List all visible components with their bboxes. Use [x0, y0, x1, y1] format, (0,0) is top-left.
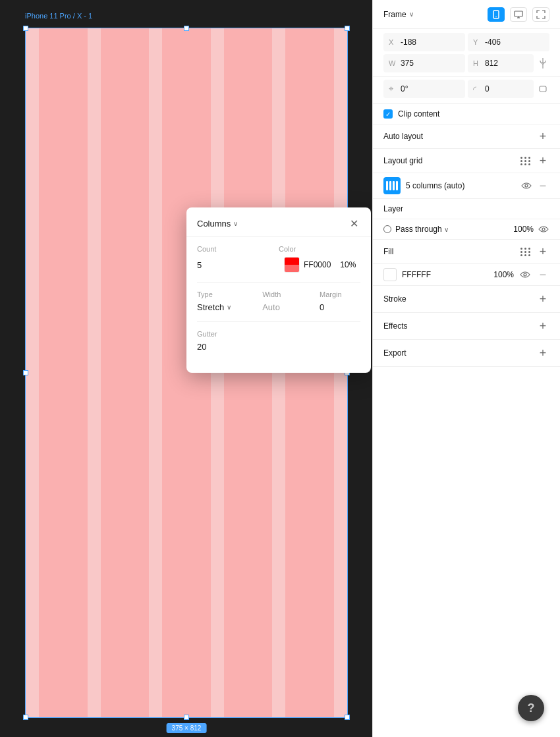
grid-visibility-button[interactable] [520, 180, 532, 192]
color-top [285, 258, 299, 265]
fill-swatch[interactable] [383, 268, 397, 281]
margin-value: 0 [320, 302, 360, 312]
grid-plus-icon: + [540, 155, 547, 167]
popup-close-button[interactable]: ✕ [347, 217, 360, 230]
margin-label: Margin [320, 290, 360, 298]
popup-chevron-icon: ∨ [233, 220, 238, 227]
phone-frame[interactable]: 375 × 812 [25, 28, 348, 718]
frame-desktop-button[interactable] [510, 7, 527, 22]
type-value[interactable]: Stretch ∨ [197, 302, 262, 312]
grid-add-button[interactable]: + [536, 154, 549, 167]
constrain-proportions-icon[interactable] [536, 57, 549, 70]
color-label: Color [279, 245, 360, 253]
canvas: iPhone 11 Pro / X - 1 375 × 812 Colum [0, 0, 372, 737]
col-3 [162, 28, 211, 717]
handle-bottom-left[interactable] [23, 715, 28, 720]
right-panel: Frame ∨ [372, 0, 560, 737]
layer-visibility-button[interactable] [538, 223, 549, 235]
dimension-badge: 375 × 812 [167, 723, 207, 733]
x-label: X [389, 38, 398, 46]
grid-remove-button[interactable]: − [536, 179, 549, 192]
handle-top-mid[interactable] [184, 26, 189, 31]
columns-grid-icon [386, 181, 398, 190]
svg-point-7 [525, 184, 528, 187]
fill-title: Fill [383, 247, 393, 256]
frame-label: iPhone 11 Pro / X - 1 [25, 12, 92, 20]
count-value: 5 [197, 260, 279, 270]
angle-corner-row: ⌖ 0° ◜ 0 [373, 77, 560, 104]
handle-bottom-right[interactable] [345, 715, 350, 720]
w-value: 375 [401, 59, 414, 68]
frame-header: Frame ∨ [373, 0, 560, 29]
h-label: H [473, 59, 482, 67]
frame-chevron-icon: ∨ [409, 11, 414, 18]
h-field[interactable]: H 812 [468, 54, 534, 72]
angle-value: 0° [401, 84, 408, 94]
layer-header: Layer [373, 199, 560, 219]
col-2 [101, 28, 150, 717]
columns-popup: Columns ∨ ✕ Count Color 5 FF0000 [186, 207, 371, 373]
width-value: Auto [262, 302, 320, 312]
x-field[interactable]: X -188 [383, 33, 465, 51]
angle-field[interactable]: ⌖ 0° [383, 80, 465, 98]
corner-independent-icon[interactable] [536, 82, 549, 96]
blend-mode-icon [383, 225, 391, 233]
grid-controls: + [519, 154, 549, 167]
frame-phone-button[interactable] [488, 7, 505, 22]
grid-item-actions: − [520, 179, 549, 192]
color-swatch[interactable] [284, 257, 300, 273]
w-field[interactable]: W 375 [383, 54, 465, 72]
svg-point-9 [524, 273, 526, 276]
frame-title-wrap: Frame ∨ [383, 10, 414, 19]
svg-rect-2 [515, 11, 522, 16]
fill-plus-icon: + [540, 246, 547, 258]
layout-grid-title: Layout grid [383, 156, 422, 165]
handle-top-left[interactable] [23, 26, 28, 31]
stroke-add-button[interactable]: + [536, 292, 549, 306]
corner-label: ◜ [473, 84, 482, 94]
col-1 [39, 28, 88, 717]
stroke-title: Stroke [383, 294, 406, 304]
corner-field[interactable]: ◜ 0 [468, 80, 534, 98]
blend-chevron-icon: ∨ [444, 226, 449, 233]
effects-title: Effects [383, 321, 407, 331]
fill-dots-icon [520, 248, 531, 256]
fill-minus-icon: − [540, 269, 547, 281]
frame-expand-button[interactable] [532, 7, 549, 22]
fill-dots-button[interactable] [519, 245, 532, 258]
col-4 [224, 28, 273, 717]
svg-point-8 [542, 228, 545, 231]
clip-content-checkbox[interactable]: ✓ [383, 109, 393, 119]
layout-grid-header: Layout grid + [373, 149, 560, 173]
fill-visibility-button[interactable] [519, 269, 531, 281]
color-block-wrap: FF0000 10% [284, 257, 356, 273]
grid-dots-button[interactable] [519, 154, 532, 167]
help-button[interactable]: ? [518, 695, 544, 721]
auto-layout-add-button[interactable]: + [536, 130, 549, 143]
corner-value: 0 [485, 84, 490, 94]
col-5 [285, 28, 334, 717]
effects-add-button[interactable]: + [536, 319, 549, 333]
frame-controls [488, 7, 549, 22]
export-add-button[interactable]: + [536, 346, 549, 360]
grid-type-button[interactable] [383, 177, 401, 194]
handle-bottom-mid[interactable] [184, 715, 189, 720]
width-label: Width [262, 290, 320, 298]
x-value: -188 [401, 38, 416, 47]
y-field[interactable]: Y -406 [468, 33, 549, 51]
blend-mode-select[interactable]: Pass through ∨ [395, 225, 509, 234]
fill-add-button[interactable]: + [536, 245, 549, 258]
handle-top-right[interactable] [345, 26, 350, 31]
opacity-value: 100% [513, 225, 534, 234]
y-label: Y [473, 38, 482, 46]
auto-layout-row: Auto layout + [373, 124, 560, 149]
export-section-row: Export + [373, 340, 560, 367]
handle-mid-left[interactable] [23, 370, 28, 375]
fill-section-header: Fill + [373, 240, 560, 264]
frame-content [26, 28, 347, 717]
stroke-section-row: Stroke + [373, 286, 560, 313]
auto-layout-label: Auto layout [383, 132, 423, 141]
fill-remove-button[interactable]: − [536, 268, 549, 281]
columns-grid [26, 28, 347, 717]
dots-grid-icon [520, 157, 531, 165]
